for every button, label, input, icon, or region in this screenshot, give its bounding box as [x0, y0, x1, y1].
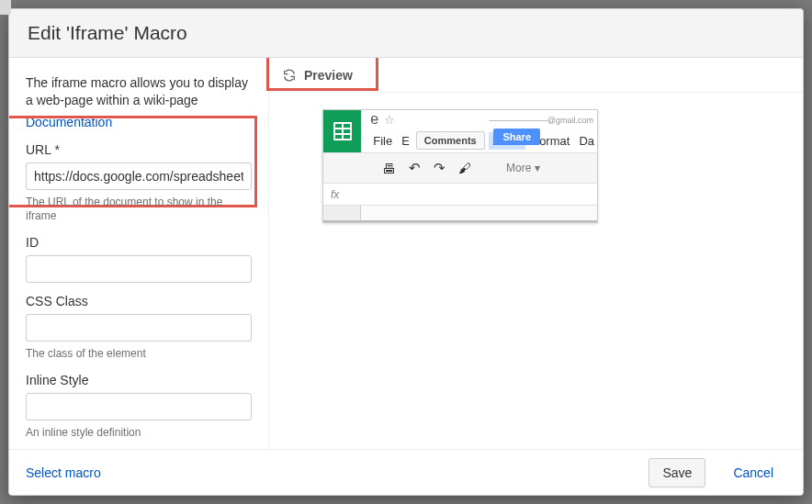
menu-edit-truncated[interactable]: E	[399, 134, 412, 148]
inlinestyle-label: Inline Style	[26, 373, 252, 387]
paint-format-icon[interactable]: 🖌	[458, 161, 471, 175]
sheet-cells-area[interactable]	[323, 206, 597, 222]
url-input[interactable]	[26, 162, 252, 190]
cssclass-input[interactable]	[26, 314, 252, 342]
share-button[interactable]: Share	[493, 129, 540, 145]
modal-footer: Select macro Save Cancel	[9, 449, 803, 495]
url-label: URL *	[26, 142, 252, 157]
url-help: The URL of the document to show in the i…	[26, 196, 252, 224]
fx-label: fx	[331, 188, 339, 201]
inlinestyle-help: An inline style definition	[26, 426, 252, 441]
intro-text: The iframe macro allows you to display a…	[26, 74, 252, 109]
sheets-logo-icon	[323, 110, 361, 152]
toolbar-more[interactable]: More ▾	[506, 162, 540, 174]
preview-label: Preview	[304, 68, 353, 83]
id-field-group: ID	[26, 235, 252, 283]
select-macro-link[interactable]: Select macro	[26, 465, 101, 480]
print-icon[interactable]: 🖶	[382, 161, 396, 176]
cssclass-field-group: CSS Class The class of the element	[26, 294, 252, 362]
star-icon[interactable]: ☆	[384, 113, 395, 127]
formula-bar[interactable]: fx	[323, 184, 597, 206]
iframe-preview: e ☆ ———————@gmail.com File E Comments In…	[322, 109, 598, 223]
cancel-button[interactable]: Cancel	[720, 458, 786, 487]
browser-tab-stub	[0, 0, 11, 15]
id-label: ID	[26, 235, 252, 250]
redo-icon[interactable]: ↷	[434, 160, 445, 176]
comments-button[interactable]: Comments	[416, 131, 485, 150]
doc-title-letter: e	[370, 111, 378, 128]
undo-icon[interactable]: ↶	[409, 160, 421, 176]
inlinestyle-input[interactable]	[26, 393, 252, 420]
preview-pane: Preview e ☆ ———————@gmail.com	[269, 58, 803, 449]
refresh-icon	[282, 68, 297, 83]
save-button[interactable]: Save	[648, 458, 705, 487]
id-input[interactable]	[26, 255, 252, 283]
sheets-toolbar: 🖶 ↶ ↷ 🖌 More ▾	[323, 152, 597, 184]
inlinestyle-field-group: Inline Style An inline style definition	[26, 373, 252, 441]
cssclass-label: CSS Class	[26, 294, 252, 308]
cssclass-help: The class of the element	[26, 347, 252, 362]
documentation-link[interactable]: Documentation	[26, 115, 112, 129]
macro-editor-modal: Edit 'Iframe' Macro The iframe macro all…	[8, 8, 804, 496]
url-field-group: URL * The URL of the document to show in…	[26, 142, 252, 224]
user-email-redacted: ———————@gmail.com	[490, 116, 597, 125]
form-sidebar: The iframe macro allows you to display a…	[9, 58, 269, 449]
modal-title: Edit 'Iframe' Macro	[9, 9, 803, 58]
preview-header[interactable]: Preview	[269, 58, 803, 93]
menu-file[interactable]: File	[370, 134, 395, 148]
menu-data-truncated[interactable]: Da	[576, 134, 597, 148]
